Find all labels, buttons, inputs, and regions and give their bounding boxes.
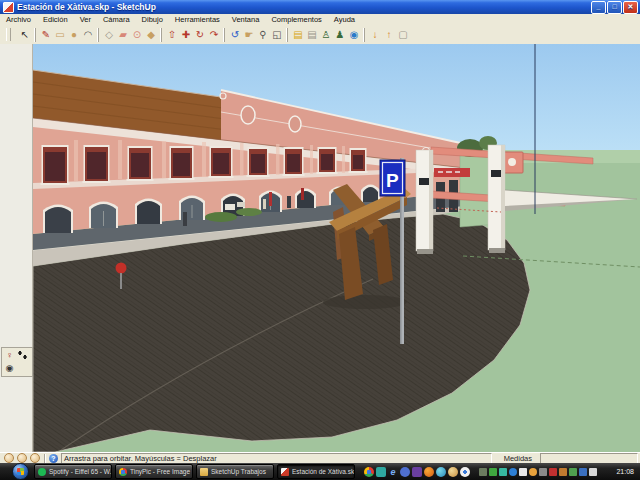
emule-icon[interactable] [436,467,446,477]
arc-tool-icon[interactable]: ◠ [81,28,95,42]
component-person-icon[interactable]: ♟ [333,28,347,42]
place-model-icon[interactable]: ♙ [319,28,333,42]
toggle-terrain-icon[interactable]: ▤ [305,28,319,42]
line-tool-icon[interactable]: ✎ [39,28,53,42]
geolocation-icon[interactable] [4,453,14,463]
tray-icon[interactable] [569,468,577,476]
firefox-icon[interactable] [424,467,434,477]
look-around-icon[interactable]: ◉ [3,362,16,375]
offset-tool-icon[interactable]: ↷ [207,28,221,42]
taskbar-button-label: TinyPic - Free Image H... [130,468,193,475]
tray-icon[interactable] [549,468,557,476]
walk-icon[interactable] [16,349,29,362]
tape-measure-icon[interactable]: ⊙ [130,28,144,42]
tray-icon[interactable] [529,468,537,476]
windows-taskbar: Spotify - Eiffel 65 - W... TinyPic - Fre… [0,463,640,480]
tray-icon[interactable] [509,468,517,476]
taskbar-button-label: SketchUp Trabajos [211,468,266,475]
menu-ventana[interactable]: Ventana [226,15,266,24]
menu-ver[interactable]: Ver [74,15,97,24]
rotate-tool-icon[interactable]: ↻ [193,28,207,42]
tray-icon[interactable] [499,468,507,476]
spotify-icon [38,468,46,476]
close-button[interactable]: ✕ [623,1,638,14]
minimize-button[interactable]: _ [591,1,606,14]
walkthrough-toolbar: ♀ ◉ [1,347,33,377]
select-tool-icon[interactable]: ↖ [18,28,32,42]
chrome-icon [119,468,127,476]
warehouse-icon[interactable]: ▢ [396,28,410,42]
menu-complementos[interactable]: Complementos [265,15,327,24]
messenger-icon[interactable] [400,467,410,477]
paint-bucket-icon[interactable]: ◆ [144,28,158,42]
menu-edicion[interactable]: Edición [37,15,74,24]
title-bar: Estación de Xàtiva.skp - SketchUp _ □ ✕ [0,0,640,14]
window-title: Estación de Xàtiva.skp - SketchUp [17,2,156,12]
tray-icon[interactable] [589,468,597,476]
measurements-label: Medidas [492,454,540,463]
menu-camara[interactable]: Cámara [97,15,136,24]
circle-tool-icon[interactable]: ● [67,28,81,42]
tray-icon[interactable] [539,468,547,476]
viewport-canvas[interactable]: P [33,44,640,452]
windows-logo-icon [17,468,24,475]
share-model-icon[interactable]: ↑ [382,28,396,42]
white-pillar [488,145,505,253]
system-tray [479,468,597,476]
eraser-tool-icon[interactable]: ▰ [116,28,130,42]
google-earth-icon[interactable]: ◉ [347,28,361,42]
toolbar-grip[interactable] [6,28,11,41]
pan-tool-icon[interactable]: ☛ [242,28,256,42]
taskbar-button-spotify[interactable]: Spotify - Eiffel 65 - W... [34,464,112,479]
photoshop-icon[interactable] [412,467,422,477]
start-button[interactable] [12,463,29,480]
quick-launch-bar: e [364,467,470,477]
taskbar-button-folder[interactable]: SketchUp Trabajos [196,464,274,479]
taskbar-button-sketchup[interactable]: Estación de Xàtiva.skp... [277,464,355,479]
zoom-tool-icon[interactable]: ⚲ [256,28,270,42]
taskbar-button-label: Estación de Xàtiva.skp... [292,468,355,475]
window-controls: _ □ ✕ [591,1,640,14]
rectangle-tool-icon[interactable]: ▭ [53,28,67,42]
tray-icon[interactable] [489,468,497,476]
signin-icon[interactable] [30,453,40,463]
parking-sign-letter: P [386,170,399,191]
menu-herramientas[interactable]: Herramientas [169,15,226,24]
orbit-tool-icon[interactable]: ↺ [228,28,242,42]
taskbar-clock[interactable]: 21:08 [616,468,634,475]
quicktime-icon[interactable] [460,467,470,477]
position-camera-icon[interactable]: ♀ [3,349,16,362]
chrome-icon[interactable] [364,467,374,477]
taskbar-button-label: Spotify - Eiffel 65 - W... [49,468,112,475]
model-viewport[interactable]: P [33,44,640,452]
add-location-icon[interactable]: ▤ [291,28,305,42]
internet-explorer-icon[interactable]: e [388,467,398,477]
hamachi-icon[interactable] [448,467,458,477]
restore-button[interactable]: □ [607,1,622,14]
geo-status-icons [0,453,44,463]
push-pull-tool-icon[interactable]: ⇧ [165,28,179,42]
menu-dibujo[interactable]: Dibujo [136,15,169,24]
credits-icon[interactable] [17,453,27,463]
tray-icon[interactable] [519,468,527,476]
taskbar-button-tinypic[interactable]: TinyPic - Free Image H... [115,464,193,479]
move-tool-icon[interactable]: ✚ [179,28,193,42]
left-gutter: ♀ ◉ [0,44,33,452]
status-divider [44,454,46,463]
sketchup-app-icon [3,2,14,13]
help-icon[interactable]: ? [49,454,58,463]
get-models-icon[interactable]: ↓ [368,28,382,42]
menu-ayuda[interactable]: Ayuda [328,15,361,24]
tray-icon[interactable] [579,468,587,476]
media-monitor-icon[interactable] [376,467,386,477]
tray-icon[interactable] [479,468,487,476]
status-hint-text: Arrastra para orbitar. Mayúsculas = Desp… [61,453,492,464]
tray-icon[interactable] [559,468,567,476]
status-bar: ? Arrastra para orbitar. Mayúsculas = De… [0,452,640,463]
measurements-value-box[interactable] [540,453,638,464]
zoom-extents-icon[interactable]: ◱ [270,28,284,42]
menu-archivo[interactable]: Archivo [0,15,37,24]
white-pillar [416,150,433,254]
sketchup-icon [281,468,289,476]
make-component-icon[interactable]: ◇ [102,28,116,42]
